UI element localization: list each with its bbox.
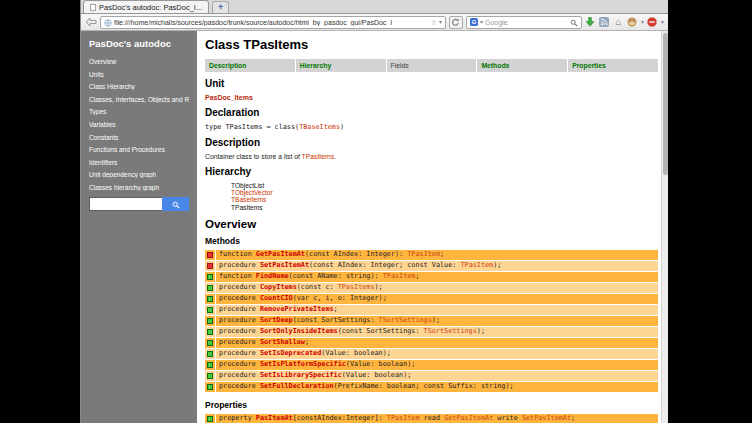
sidebar-item-unit-dependency-graph[interactable]: Unit dependency graph	[89, 171, 189, 178]
type-link-getpasitemat[interactable]: GetPasItemAt	[444, 414, 493, 422]
search-placeholder[interactable]: Google	[485, 19, 568, 26]
code-text: (const AIndex: Integer; const Value:	[309, 261, 460, 269]
member-link-countcio[interactable]: CountCIO	[260, 294, 293, 302]
visibility-marker-public	[205, 327, 215, 337]
link-tpasitems[interactable]: TPasItems	[302, 153, 334, 160]
member-link-removeprivateitems[interactable]: RemovePrivateItems	[260, 305, 334, 313]
search-bar[interactable]: G ▾ Google	[466, 16, 582, 29]
sidebar-item-variables[interactable]: Variables	[89, 121, 189, 128]
code-text: read	[420, 414, 445, 422]
hierarchy-item-tbaseitems[interactable]: TBaseItems	[231, 196, 658, 203]
code-text: procedure	[219, 371, 260, 379]
sidebar-item-classes-interfaces-objects-and-records[interactable]: Classes, Interfaces, Objects and Records	[89, 96, 189, 103]
member-link-pasitemat[interactable]: PasItemAt	[256, 414, 293, 422]
link-tbaseitems[interactable]: TBaseItems	[299, 123, 340, 131]
sidebar-item-units[interactable]: Units	[89, 71, 189, 78]
public-marker-icon	[207, 384, 213, 390]
sidebar-item-constants[interactable]: Constants	[89, 134, 189, 141]
member-link-getpasitemat[interactable]: GetPasItemAt	[256, 250, 305, 258]
type-link-tpasitems[interactable]: TPasItems	[338, 283, 375, 291]
browser-tab[interactable]: PasDoc's autodoc: PasDoc_I...	[83, 0, 209, 13]
code-text: (const AIndex: Integer):	[305, 250, 407, 258]
url-dropdown-chevron-icon[interactable]: ▾	[439, 19, 442, 25]
sidebar-title: PasDoc's autodoc	[89, 38, 189, 49]
download-icon[interactable]	[585, 17, 596, 28]
member-link-sortonlyinsideitems[interactable]: SortOnlyInsideItems	[260, 327, 338, 335]
scrollbar-thumb[interactable]	[663, 33, 668, 175]
hierarchy-item-tobjectvector[interactable]: TObjectVector	[231, 189, 658, 196]
member-link-setislibraryspecific[interactable]: SetIsLibrarySpecific	[260, 371, 342, 379]
type-link-tsortsettings[interactable]: TSortSettings	[379, 316, 432, 324]
description-heading: Description	[205, 137, 658, 148]
back-button[interactable]	[85, 17, 97, 27]
sidebar-search-input[interactable]	[89, 197, 162, 211]
type-link-tpasitem[interactable]: TPasItem	[387, 414, 420, 422]
type-link-setpasitemat[interactable]: SetPasItemAt	[522, 414, 571, 422]
section-nav-methods[interactable]: Methods	[477, 59, 567, 72]
table-row: property PasItemAt[constAIndex:Integer]:…	[205, 414, 658, 423]
visibility-marker-private	[205, 261, 215, 271]
type-link-tpasitem[interactable]: TPasItem	[460, 261, 493, 269]
section-nav-fields: Fields	[387, 59, 477, 72]
declaration-heading: Declaration	[205, 107, 658, 118]
code-text: );	[375, 283, 383, 291]
sidebar-item-class-hierarchy[interactable]: Class Hierarchy	[89, 83, 189, 90]
engine-dropdown-chevron-icon[interactable]: ▾	[480, 19, 483, 25]
member-link-findname[interactable]: FindName	[256, 272, 289, 280]
code-text: procedure	[219, 349, 260, 357]
page-title: Class TPasItems	[205, 37, 658, 52]
member-link-sortshallow[interactable]: SortShallow	[260, 338, 305, 346]
vertical-scrollbar[interactable]	[661, 31, 668, 423]
search-engine-icon[interactable]: G	[470, 18, 478, 26]
adblock-icon[interactable]	[647, 17, 658, 28]
reload-button[interactable]	[449, 16, 463, 29]
greasemonkey-icon[interactable]	[627, 17, 638, 28]
member-link-sortdeep[interactable]: SortDeep	[260, 316, 293, 324]
sidebar-search-button[interactable]	[162, 197, 189, 211]
section-nav-hierarchy[interactable]: Hierarchy	[296, 59, 386, 72]
code-text: write	[493, 414, 522, 422]
plus-icon: +	[218, 3, 223, 12]
sidebar-item-classes-hierarchy-graph[interactable]: Classes hierarchy graph	[89, 184, 189, 191]
table-row: procedure CountCIO(var c, i, o: Integer)…	[205, 294, 658, 304]
type-link-tsortsettings[interactable]: TSortSettings	[424, 327, 477, 335]
visibility-marker-public	[205, 371, 215, 381]
magnifier-icon	[172, 195, 180, 213]
table-row: procedure SetIsLibrarySpecific(Value: bo…	[205, 371, 658, 381]
member-link-setpasitemat[interactable]: SetPasItemAt	[260, 261, 309, 269]
code-text: function	[219, 272, 256, 280]
table-row: function FindName(const AName: string): …	[205, 272, 658, 282]
sidebar-item-identifiers[interactable]: Identifiers	[89, 159, 189, 166]
table-row: procedure SetPasItemAt(const AIndex: Int…	[205, 261, 658, 271]
new-tab-button[interactable]: +	[212, 1, 229, 13]
member-link-setisdeprecated[interactable]: SetIsDeprecated	[260, 349, 321, 357]
sidebar-item-overview[interactable]: Overview	[89, 58, 189, 65]
member-link-setisplatformspecific[interactable]: SetIsPlatformSpecific	[260, 360, 346, 368]
member-declaration: procedure SetPasItemAt(const AIndex: Int…	[216, 261, 658, 271]
addon-dropdown-chevron-icon[interactable]: ▾	[641, 19, 644, 25]
adblock-dropdown-chevron-icon[interactable]: ▾	[661, 19, 664, 25]
url-bar[interactable]: file:///home/michalis/sources/pasdoc/tru…	[100, 16, 446, 29]
bookmark-star-icon[interactable]: ☆	[431, 19, 437, 26]
unit-link[interactable]: PasDoc_Items	[205, 94, 658, 101]
search-magnifier-icon[interactable]	[570, 13, 578, 31]
tab-bar: PasDoc's autodoc: PasDoc_I... +	[81, 0, 668, 14]
sidebar-item-types[interactable]: Types	[89, 108, 189, 115]
hierarchy-list: TObjectListTObjectVectorTBaseItemsTPasIt…	[231, 182, 658, 211]
member-link-copyitems[interactable]: CopyItems	[260, 283, 297, 291]
member-declaration: procedure SetIsPlatformSpecific(Value: b…	[216, 360, 658, 370]
url-text[interactable]: file:///home/michalis/sources/pasdoc/tru…	[114, 19, 429, 26]
code-text: Container class to store a list of	[205, 153, 302, 160]
type-link-tpasitem[interactable]: TPasItem	[383, 272, 416, 280]
sidebar-nav: OverviewUnitsClass HierarchyClasses, Int…	[89, 58, 189, 191]
code-text: ;	[334, 305, 338, 313]
visibility-marker-public	[205, 360, 215, 370]
member-link-setfulldeclaration[interactable]: SetFullDeclaration	[260, 382, 334, 390]
home-icon[interactable]: ⌂	[613, 17, 624, 28]
type-link-tpasitem[interactable]: TPasItem	[407, 250, 440, 258]
code-text: (var c, i, o: Integer);	[293, 294, 387, 302]
section-nav-description[interactable]: Description	[205, 59, 295, 72]
section-nav-properties[interactable]: Properties	[568, 59, 658, 72]
rss-icon[interactable]	[599, 17, 610, 28]
sidebar-item-functions-and-procedures[interactable]: Functions and Procedures	[89, 146, 189, 153]
